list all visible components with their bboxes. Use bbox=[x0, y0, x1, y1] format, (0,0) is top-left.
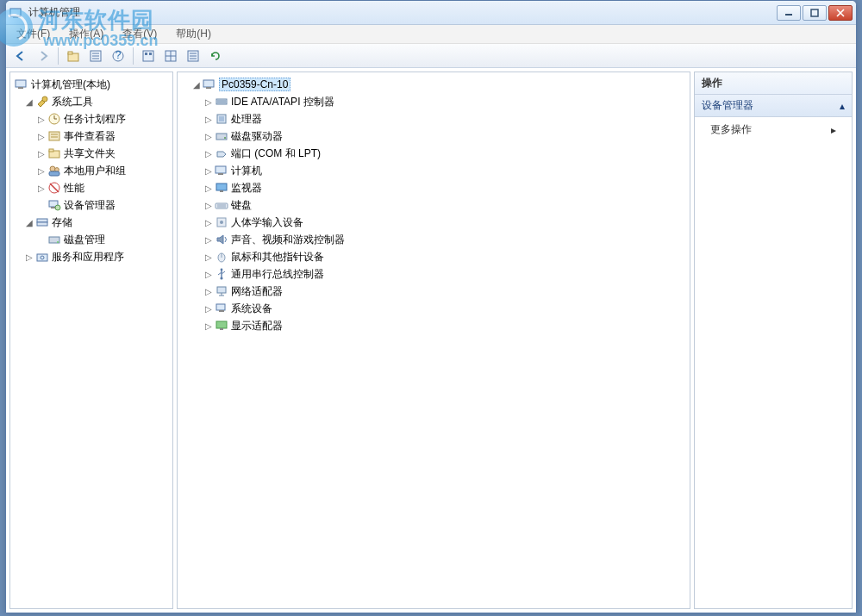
tree-task-scheduler[interactable]: ▷任务计划程序 bbox=[12, 110, 171, 128]
device-sound[interactable]: ▷声音、视频和游戏控制器 bbox=[179, 231, 688, 248]
tree-performance[interactable]: ▷性能 bbox=[12, 179, 171, 196]
properties-button[interactable] bbox=[86, 47, 105, 65]
tree-services[interactable]: ▷服务和应用程序 bbox=[12, 248, 171, 265]
expand-icon[interactable]: ▷ bbox=[36, 149, 47, 159]
system-icon bbox=[215, 302, 228, 315]
tree-device-manager[interactable]: 设备管理器 bbox=[12, 196, 171, 214]
device-computer[interactable]: ▷计算机 bbox=[179, 162, 688, 179]
tree-disk-mgmt[interactable]: 磁盘管理 bbox=[12, 231, 171, 248]
up-button[interactable] bbox=[64, 47, 83, 65]
expand-icon[interactable]: ▷ bbox=[203, 149, 214, 159]
svg-rect-59 bbox=[218, 173, 223, 175]
expand-icon[interactable]: ▷ bbox=[203, 97, 214, 107]
expand-icon[interactable]: ▷ bbox=[203, 201, 214, 210]
device-disk[interactable]: ▷磁盘驱动器 bbox=[179, 128, 688, 145]
expand-icon[interactable]: ▷ bbox=[203, 184, 214, 193]
expand-icon[interactable]: ▷ bbox=[203, 115, 214, 124]
tree-system-tools[interactable]: ◢系统工具 bbox=[12, 93, 171, 110]
center-tree: ◢Pc0359-Cn-10 ▷IDE ATA/ATAPI 控制器 ▷处理器 ▷磁… bbox=[178, 72, 690, 338]
maximize-button[interactable] bbox=[803, 5, 827, 21]
display-icon bbox=[215, 319, 228, 333]
svg-text:?: ? bbox=[116, 49, 122, 61]
expand-icon[interactable]: ▷ bbox=[36, 132, 47, 141]
expand-icon[interactable]: ▷ bbox=[203, 132, 214, 141]
expand-icon[interactable]: ▷ bbox=[203, 235, 214, 245]
device-monitor[interactable]: ▷监视器 bbox=[179, 179, 688, 196]
expand-icon[interactable]: ▷ bbox=[203, 218, 214, 227]
svg-rect-80 bbox=[220, 328, 223, 330]
titlebar: 计算机管理 bbox=[6, 1, 856, 25]
svg-point-71 bbox=[220, 277, 222, 279]
event-icon bbox=[47, 129, 61, 143]
svg-rect-34 bbox=[49, 149, 53, 152]
svg-rect-25 bbox=[18, 87, 23, 89]
forward-button[interactable] bbox=[34, 47, 53, 65]
svg-point-70 bbox=[221, 269, 223, 271]
mouse-icon bbox=[215, 250, 228, 264]
storage-icon bbox=[35, 215, 49, 229]
svg-rect-58 bbox=[216, 166, 226, 173]
close-button[interactable] bbox=[828, 5, 853, 21]
device-hid[interactable]: ▷人体学输入设备 bbox=[179, 214, 688, 231]
actions-section[interactable]: 设备管理器 ▴ bbox=[695, 95, 852, 117]
left-pane: 计算机管理(本地) ◢系统工具 ▷任务计划程序 ▷事件查看器 ▷共享文件夹 ▷本… bbox=[9, 72, 173, 609]
device-ide[interactable]: ▷IDE ATA/ATAPI 控制器 bbox=[179, 93, 688, 110]
expand-icon[interactable]: ▷ bbox=[203, 252, 214, 262]
svg-rect-47 bbox=[37, 254, 47, 261]
expand-icon[interactable]: ▷ bbox=[24, 252, 34, 262]
device-mouse[interactable]: ▷鼠标和其他指针设备 bbox=[179, 248, 688, 265]
window: 计算机管理 文件(F) 操作(A) 查看(V) 帮助(H) ? 计算机管理(本地… bbox=[5, 0, 857, 613]
app-icon bbox=[9, 6, 23, 20]
device-usb[interactable]: ▷通用串行总线控制器 bbox=[179, 265, 688, 283]
back-button[interactable] bbox=[11, 47, 30, 65]
expand-icon[interactable]: ▷ bbox=[36, 115, 47, 124]
menubar: 文件(F) 操作(A) 查看(V) 帮助(H) bbox=[6, 25, 856, 44]
expand-icon[interactable]: ▷ bbox=[203, 321, 214, 331]
menu-view[interactable]: 查看(V) bbox=[119, 25, 160, 43]
device-sysdev[interactable]: ▷系统设备 bbox=[179, 300, 688, 317]
pc-icon bbox=[215, 164, 228, 177]
expand-icon[interactable]: ▷ bbox=[36, 184, 47, 193]
expand-icon[interactable]: ▷ bbox=[36, 166, 47, 176]
help-button[interactable]: ? bbox=[109, 47, 128, 65]
tree-storage[interactable]: ◢存储 bbox=[12, 214, 171, 231]
collapse-icon[interactable]: ◢ bbox=[191, 80, 202, 90]
users-icon bbox=[47, 164, 61, 177]
view-icon-3[interactable] bbox=[184, 47, 203, 65]
svg-rect-1 bbox=[13, 16, 18, 18]
collapse-icon[interactable]: ◢ bbox=[24, 218, 34, 227]
svg-rect-7 bbox=[68, 52, 72, 54]
window-buttons bbox=[777, 5, 853, 21]
minimize-button[interactable] bbox=[777, 5, 801, 21]
device-ports[interactable]: ▷端口 (COM 和 LPT) bbox=[179, 145, 688, 162]
device-display[interactable]: ▷显示适配器 bbox=[179, 317, 688, 334]
expand-icon[interactable]: ▷ bbox=[203, 270, 214, 279]
menu-action[interactable]: 操作(A) bbox=[66, 25, 107, 43]
folder-icon bbox=[47, 146, 61, 160]
view-icon-2[interactable] bbox=[161, 47, 180, 65]
menu-help[interactable]: 帮助(H) bbox=[172, 25, 215, 43]
refresh-button[interactable] bbox=[206, 47, 225, 65]
device-network[interactable]: ▷网络适配器 bbox=[179, 283, 688, 300]
view-icon-1[interactable] bbox=[139, 47, 158, 65]
device-keyboard[interactable]: ▷键盘 bbox=[179, 196, 688, 214]
svg-point-26 bbox=[42, 96, 47, 102]
tree-event-viewer[interactable]: ▷事件查看器 bbox=[12, 128, 171, 145]
tree-shared-folders[interactable]: ▷共享文件夹 bbox=[12, 145, 171, 162]
actions-more[interactable]: 更多操作 ▸ bbox=[695, 117, 852, 142]
svg-point-57 bbox=[224, 137, 226, 139]
hid-icon bbox=[215, 215, 228, 229]
expand-icon[interactable]: ▷ bbox=[203, 166, 214, 176]
device-root[interactable]: ◢Pc0359-Cn-10 bbox=[179, 76, 688, 93]
console-icon bbox=[15, 78, 28, 91]
tree-local-users[interactable]: ▷本地用户和组 bbox=[12, 162, 171, 179]
actions-header: 操作 bbox=[695, 72, 852, 95]
expand-icon[interactable]: ▷ bbox=[203, 287, 214, 296]
sound-icon bbox=[215, 233, 228, 246]
expand-icon[interactable]: ▷ bbox=[203, 304, 214, 314]
device-cpu[interactable]: ▷处理器 bbox=[179, 110, 688, 128]
svg-point-35 bbox=[50, 166, 55, 171]
menu-file[interactable]: 文件(F) bbox=[13, 25, 53, 43]
collapse-icon[interactable]: ◢ bbox=[24, 97, 34, 107]
tree-root[interactable]: 计算机管理(本地) bbox=[12, 76, 171, 93]
